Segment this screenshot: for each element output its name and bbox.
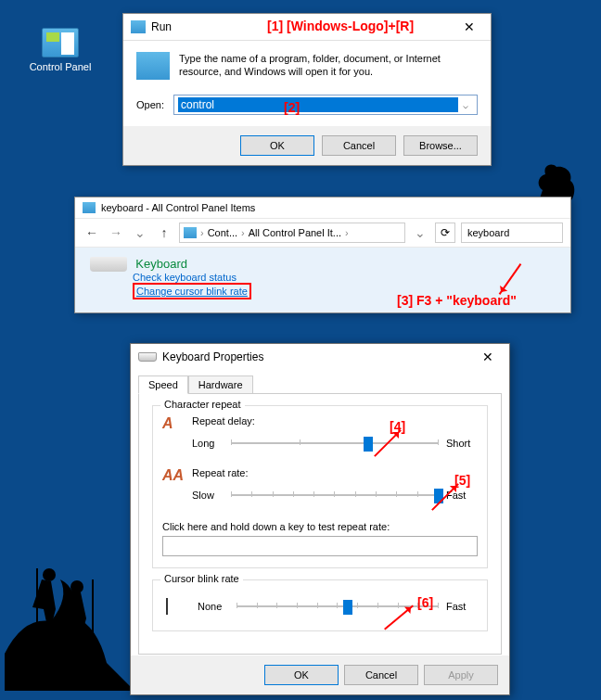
browse-button[interactable]: Browse... <box>403 135 478 156</box>
link-change-cursor-blink-rate[interactable]: Change cursor blink rate <box>136 286 248 297</box>
ok-button[interactable]: OK <box>264 665 339 685</box>
cp-titlebar: keyboard - All Control Panel Items <box>75 197 570 218</box>
decoration-silhouette <box>5 542 134 691</box>
svg-rect-3 <box>92 579 94 635</box>
cp-navbar: ← → ⌄ ↑ › Cont... › All Control Panel It… <box>75 218 570 248</box>
repeat-rate-icon: AA <box>162 467 188 488</box>
cancel-button[interactable]: Cancel <box>322 135 396 156</box>
group-label: Cursor blink rate <box>160 573 243 584</box>
slider-thumb[interactable] <box>434 489 443 503</box>
control-panel-icon <box>42 28 79 57</box>
category-heading: Keyboard <box>135 257 187 271</box>
breadcrumb-sep: › <box>345 227 349 238</box>
run-icon <box>131 20 146 33</box>
tab-hardware[interactable]: Hardware <box>188 375 253 394</box>
chevron-down-icon[interactable]: ⌵ <box>458 100 473 110</box>
slider-min-label: Long <box>192 438 224 449</box>
keyboard-properties-dialog: Keyboard Properties ✕ Speed Hardware Cha… <box>130 343 510 695</box>
control-panel-icon <box>184 227 197 238</box>
tab-strip: Speed Hardware <box>138 375 502 394</box>
run-titlebar: Run ✕ <box>123 14 491 41</box>
run-description: Type the name of a program, folder, docu… <box>179 52 478 80</box>
cursor-icon <box>166 598 181 615</box>
slider-max-label: Short <box>446 438 478 449</box>
repeat-delay-label: Repeat delay: <box>192 415 478 426</box>
repeat-delay-slider[interactable] <box>231 434 439 452</box>
cursor-blink-slider[interactable] <box>237 597 439 616</box>
repeat-rate-label: Repeat rate: <box>192 467 478 478</box>
keyboard-icon <box>90 257 127 272</box>
breadcrumb-item[interactable]: Cont... <box>208 227 237 238</box>
run-title: Run <box>151 20 455 33</box>
slider-min-label: None <box>198 601 229 612</box>
slider-thumb[interactable] <box>364 437 373 452</box>
desktop-icon-control-panel[interactable]: Control Panel <box>28 28 93 72</box>
run-icon <box>136 52 170 80</box>
search-input[interactable] <box>466 226 558 239</box>
open-label: Open: <box>136 99 164 110</box>
window-title: Keyboard Properties <box>162 350 474 363</box>
test-label: Click here and hold down a key to test r… <box>162 521 478 532</box>
ok-button[interactable]: OK <box>240 135 314 156</box>
group-character-repeat: Character repeat A Repeat delay: Long Sh… <box>152 405 488 568</box>
slider-max-label: Fast <box>446 601 478 612</box>
control-panel-window: keyboard - All Control Panel Items ← → ⌄… <box>74 197 571 313</box>
tab-pane-speed: Character repeat A Repeat delay: Long Sh… <box>138 393 502 655</box>
cp-content: Keyboard Check keyboard status Change cu… <box>75 248 570 312</box>
group-cursor-blink-rate: Cursor blink rate None Fast <box>152 579 488 631</box>
close-button[interactable]: ✕ <box>474 350 502 364</box>
breadcrumb-sep: › <box>241 227 245 238</box>
breadcrumb-sep: › <box>200 227 204 238</box>
slider-min-label: Slow <box>192 490 224 501</box>
refresh-button[interactable]: ⟳ <box>435 223 455 243</box>
apply-button[interactable]: Apply <box>424 665 498 685</box>
slider-thumb[interactable] <box>343 600 352 615</box>
control-panel-icon <box>83 202 96 213</box>
desktop-icon-label: Control Panel <box>28 61 93 72</box>
slider-max-label: Fast <box>446 490 478 501</box>
kp-titlebar: Keyboard Properties ✕ <box>131 344 509 370</box>
window-title: keyboard - All Control Panel Items <box>101 202 563 213</box>
svg-point-0 <box>43 568 56 581</box>
close-button[interactable]: ✕ <box>455 19 483 34</box>
address-bar[interactable]: › Cont... › All Control Panel It... › <box>179 223 405 243</box>
keyboard-icon <box>138 352 157 362</box>
open-combobox[interactable]: ⌵ <box>173 95 478 115</box>
search-box[interactable] <box>461 223 563 243</box>
svg-rect-2 <box>36 568 38 624</box>
test-repeat-input[interactable] <box>162 536 478 556</box>
group-label: Character repeat <box>160 399 245 410</box>
breadcrumb-item[interactable]: All Control Panel It... <box>249 227 341 238</box>
tab-speed[interactable]: Speed <box>138 375 188 394</box>
back-button[interactable]: ← <box>83 223 101 242</box>
run-dialog: Run ✕ Type the name of a program, folder… <box>122 13 492 166</box>
open-input[interactable] <box>178 97 458 112</box>
repeat-delay-icon: A <box>162 415 188 436</box>
link-check-keyboard-status[interactable]: Check keyboard status <box>133 272 556 283</box>
cancel-button[interactable]: Cancel <box>344 665 418 685</box>
up-button[interactable]: ↑ <box>155 223 173 242</box>
repeat-rate-slider[interactable] <box>231 486 439 504</box>
forward-button[interactable]: → <box>107 223 125 242</box>
chevron-down-icon[interactable]: ⌄ <box>411 223 429 242</box>
chevron-down-icon[interactable]: ⌄ <box>131 223 149 242</box>
